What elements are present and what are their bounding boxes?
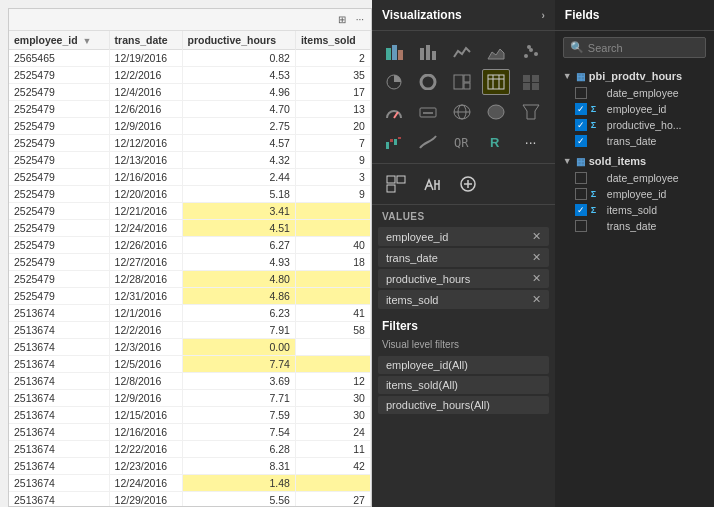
viz-filters-label: Filters — [372, 311, 555, 337]
fields-item-name: date_employee — [607, 172, 706, 184]
col-header-employee-id[interactable]: employee_id ▼ — [9, 31, 109, 50]
viz-card-icon[interactable] — [414, 99, 442, 125]
fields-item[interactable]: trans_date — [555, 218, 714, 234]
viz-field-remove-icon[interactable]: ✕ — [532, 251, 541, 264]
table-row: 2513674 12/23/2016 8.31 42 — [9, 458, 370, 475]
viz-ribbon-icon[interactable] — [414, 129, 442, 155]
viz-pie-icon[interactable] — [380, 69, 408, 95]
svg-rect-15 — [464, 83, 470, 89]
viz-scatter-icon[interactable] — [517, 39, 545, 65]
fields-item-checkbox[interactable]: ✓ — [575, 119, 587, 131]
fields-group-header[interactable]: ▼ ▦ pbi_prodtv_hours — [555, 67, 714, 85]
viz-r-icon[interactable]: R — [482, 129, 510, 155]
sort-icon-employee-id: ▼ — [83, 36, 92, 46]
fields-header: Fields — [555, 0, 714, 31]
viz-stacked-bar-icon[interactable] — [380, 39, 408, 65]
viz-area-chart-icon[interactable] — [482, 39, 510, 65]
cell-items-sold — [295, 339, 370, 356]
viz-filter-item[interactable]: productive_hours(All) — [378, 396, 549, 414]
fields-item[interactable]: date_employee — [555, 85, 714, 101]
fields-item[interactable]: ✓ Σ employee_id — [555, 101, 714, 117]
fields-item-name: employee_id — [607, 188, 706, 200]
viz-gauge-icon[interactable] — [380, 99, 408, 125]
cell-productive-hours: 8.31 — [182, 458, 295, 475]
viz-qr-icon[interactable]: QR — [448, 129, 476, 155]
table-container[interactable]: employee_id ▼ trans_date productive_hour… — [9, 31, 371, 506]
viz-field-name: productive_hours — [386, 273, 528, 285]
table-row: 2525479 12/2/2016 4.53 35 — [9, 67, 370, 84]
cell-employee-id: 2525479 — [9, 288, 109, 305]
fields-item[interactable]: date_employee — [555, 170, 714, 186]
cell-employee-id: 2525479 — [9, 169, 109, 186]
fields-group-header[interactable]: ▼ ▦ sold_items — [555, 152, 714, 170]
col-header-productive-hours[interactable]: productive_hours — [182, 31, 295, 50]
viz-table-icon[interactable] — [482, 69, 510, 95]
viz-field-item[interactable]: items_sold ✕ — [378, 290, 549, 309]
cell-items-sold — [295, 203, 370, 220]
svg-point-6 — [524, 54, 528, 58]
search-input[interactable] — [588, 42, 699, 54]
fields-item[interactable]: ✓ Σ productive_ho... — [555, 117, 714, 133]
fields-item[interactable]: ✓ trans_date — [555, 133, 714, 149]
cell-trans-date: 12/2/2016 — [109, 322, 182, 339]
cell-items-sold — [295, 288, 370, 305]
cell-employee-id: 2525479 — [9, 118, 109, 135]
viz-field-item[interactable]: employee_id ✕ — [378, 227, 549, 246]
svg-rect-3 — [420, 48, 424, 60]
viz-donut-icon[interactable] — [414, 69, 442, 95]
viz-format-action-icon[interactable] — [416, 170, 448, 198]
viz-field-name: items_sold — [386, 294, 528, 306]
svg-rect-35 — [398, 137, 401, 139]
viz-chevron-icon[interactable]: › — [541, 10, 544, 21]
viz-field-remove-icon[interactable]: ✕ — [532, 293, 541, 306]
viz-waterfall-icon[interactable] — [380, 129, 408, 155]
col-header-trans-date[interactable]: trans_date — [109, 31, 182, 50]
svg-text:R: R — [490, 135, 500, 150]
viz-line-chart-icon[interactable] — [448, 39, 476, 65]
fields-search[interactable]: 🔍 — [563, 37, 706, 58]
cell-items-sold: 41 — [295, 305, 370, 322]
viz-field-remove-icon[interactable]: ✕ — [532, 230, 541, 243]
fields-item-checkbox[interactable] — [575, 87, 587, 99]
viz-treemap-icon[interactable] — [448, 69, 476, 95]
fields-item-type-icon: Σ — [591, 205, 603, 215]
viz-field-item[interactable]: trans_date ✕ — [378, 248, 549, 267]
more-icon[interactable]: ··· — [353, 13, 367, 27]
fields-item-checkbox[interactable] — [575, 220, 587, 232]
viz-more-icon[interactable]: ··· — [517, 129, 545, 155]
viz-filter-item[interactable]: items_sold(All) — [378, 376, 549, 394]
viz-field-item[interactable]: productive_hours ✕ — [378, 269, 549, 288]
fields-item-checkbox[interactable] — [575, 172, 587, 184]
cell-productive-hours: 3.69 — [182, 373, 295, 390]
viz-field-remove-icon[interactable]: ✕ — [532, 272, 541, 285]
col-header-items-sold[interactable]: items_sold — [295, 31, 370, 50]
cell-productive-hours: 7.91 — [182, 322, 295, 339]
cell-productive-hours: 6.28 — [182, 441, 295, 458]
expand-icon[interactable]: ⊞ — [335, 13, 349, 27]
cell-trans-date: 12/12/2016 — [109, 135, 182, 152]
viz-funnel-icon[interactable] — [517, 99, 545, 125]
viz-analytics-action-icon[interactable] — [452, 170, 484, 198]
viz-filled-map-icon[interactable] — [482, 99, 510, 125]
fields-item-checkbox[interactable]: ✓ — [575, 135, 587, 147]
viz-fields-action-icon[interactable] — [380, 170, 412, 198]
viz-bar-chart-icon[interactable] — [414, 39, 442, 65]
cell-trans-date: 12/31/2016 — [109, 288, 182, 305]
cell-productive-hours: 5.56 — [182, 492, 295, 507]
cell-productive-hours: 3.41 — [182, 203, 295, 220]
cell-trans-date: 12/19/2016 — [109, 50, 182, 67]
viz-map-icon[interactable] — [448, 99, 476, 125]
viz-matrix-icon[interactable] — [517, 69, 545, 95]
group-chevron-icon: ▼ — [563, 71, 572, 81]
fields-item[interactable]: ✓ Σ items_sold — [555, 202, 714, 218]
cell-trans-date: 12/28/2016 — [109, 271, 182, 288]
table-row: 2525479 12/24/2016 4.51 — [9, 220, 370, 237]
fields-item-checkbox[interactable]: ✓ — [575, 204, 587, 216]
fields-item-checkbox[interactable]: ✓ — [575, 103, 587, 115]
svg-rect-23 — [532, 83, 539, 90]
viz-filter-item[interactable]: employee_id(All) — [378, 356, 549, 374]
fields-item[interactable]: Σ employee_id — [555, 186, 714, 202]
table-row: 2513674 12/15/2016 7.59 30 — [9, 407, 370, 424]
fields-item-checkbox[interactable] — [575, 188, 587, 200]
table-row: 2525479 12/31/2016 4.86 — [9, 288, 370, 305]
